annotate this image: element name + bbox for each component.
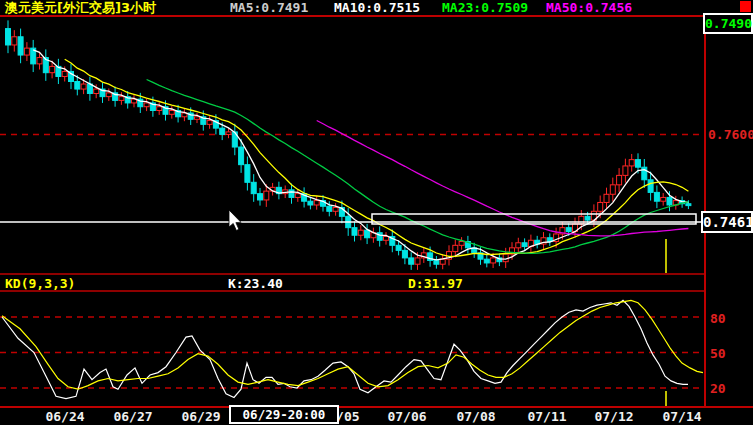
main-chart-panel[interactable] <box>0 20 705 269</box>
ma-label-1: MA10:0.7515 <box>334 1 420 15</box>
kd-indicator-panel[interactable] <box>0 300 705 398</box>
ma-label-3: MA50:0.7456 <box>546 1 632 15</box>
date-label-07-08: 07/08 <box>456 409 495 424</box>
crosshair-date-box: 06/29-20:00 <box>229 405 339 424</box>
ma-line-ma10 <box>65 59 689 256</box>
instrument-title: 澳元美元[外汇交易]3小时 <box>5 1 156 15</box>
mouse-cursor <box>229 210 241 231</box>
alert-indicator-square <box>740 1 751 12</box>
ma-label-2: MA23:0.7509 <box>442 1 528 15</box>
date-label-07-11: 07/11 <box>527 409 566 424</box>
candlesticks <box>6 20 691 269</box>
chart-canvas[interactable] <box>0 0 753 425</box>
kd-axis-label-80: 80 <box>710 311 726 326</box>
kd-k-value: K:23.40 <box>228 276 283 291</box>
kd-axis-label-20: 20 <box>710 381 726 396</box>
last-price-quote-box: 0.7490 <box>703 13 753 34</box>
kd-d-value: D:31.97 <box>408 276 463 291</box>
date-label-07-12: 07/12 <box>594 409 633 424</box>
date-label-07-14: 07/14 <box>662 409 701 424</box>
kd-indicator-title: KD(9,3,3) <box>5 276 75 291</box>
price-axis-label-0-7600: 0.7600 <box>708 127 753 142</box>
ma-line-ma23 <box>147 80 689 254</box>
date-label-06-29: 06/29 <box>181 409 220 424</box>
trading-app-window: 澳元美元[外汇交易]3小时 MA5:0.7491MA10:0.7515MA23:… <box>0 0 753 425</box>
kd-d-line <box>2 300 703 389</box>
kd-axis-label-50: 50 <box>710 346 726 361</box>
ma-label-0: MA5:0.7491 <box>230 1 308 15</box>
date-label-07-06: 07/06 <box>387 409 426 424</box>
date-label-06-24: 06/24 <box>45 409 84 424</box>
date-label-06-27: 06/27 <box>113 409 152 424</box>
crosshair-price-box: 0.7461 <box>701 211 753 233</box>
